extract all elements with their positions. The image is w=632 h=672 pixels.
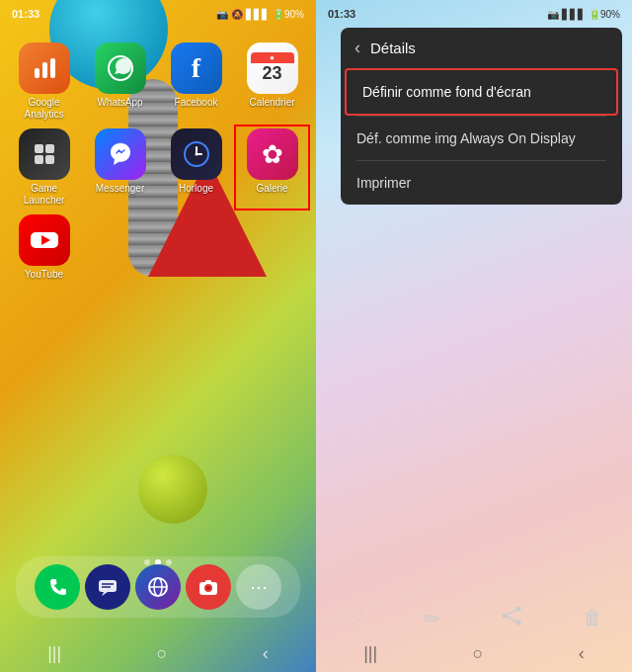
- svg-rect-4: [35, 144, 43, 153]
- svg-point-24: [206, 586, 210, 590]
- bottom-action-bar: ♡ ✏ 🗑: [316, 599, 632, 637]
- whatsapp-label: WhatsApp: [97, 97, 142, 109]
- decorative-sphere: [138, 455, 207, 524]
- signal-right: ▋▋▋: [562, 9, 586, 20]
- battery-right: 🔋90%: [589, 9, 620, 20]
- app-game-launcher[interactable]: Game Launcher: [10, 128, 78, 207]
- dock-camera[interactable]: [186, 564, 231, 610]
- menu-always-on[interactable]: Déf. comme img Always On Display: [341, 117, 622, 160]
- messenger-label: Messenger: [96, 183, 144, 195]
- app-whatsapp[interactable]: WhatsApp: [86, 42, 154, 121]
- app-facebook[interactable]: f Facebook: [162, 42, 230, 121]
- dock-browser[interactable]: [135, 564, 181, 610]
- messenger-icon: [95, 128, 146, 180]
- nav-home-right[interactable]: ○: [473, 643, 484, 664]
- nav-bar-right: ||| ○ ‹: [316, 643, 632, 664]
- svg-line-29: [505, 609, 518, 616]
- svg-rect-25: [205, 580, 211, 583]
- svg-line-30: [505, 616, 518, 623]
- status-icons-left: 📷 🔕 ▋▋▋ 🔋90%: [216, 9, 304, 20]
- notification-icon: 📷: [216, 9, 228, 20]
- calendrier-label: Calendrier: [249, 97, 294, 109]
- dock-phone[interactable]: [35, 564, 80, 610]
- youtube-icon: [19, 214, 70, 266]
- facebook-label: Facebook: [175, 97, 218, 109]
- status-icons-right: 📷 ▋▋▋ 🔋90%: [547, 9, 620, 20]
- game-launcher-label: Game Launcher: [10, 183, 78, 207]
- svg-rect-15: [99, 580, 117, 592]
- svg-rect-6: [35, 155, 43, 164]
- right-phone: 01:33 📷 ▋▋▋ 🔋90% ‹ Détails Définir comme…: [316, 0, 632, 672]
- menu-set-wallpaper[interactable]: Définir comme fond d'écran: [345, 68, 618, 116]
- context-menu-header: ‹ Détails: [341, 28, 622, 68]
- signal-icon: ▋▋▋: [246, 9, 270, 20]
- svg-marker-16: [102, 592, 108, 596]
- galerie-label: Galerie: [256, 183, 287, 195]
- facebook-icon: f: [171, 42, 222, 94]
- horloge-icon: [171, 128, 222, 180]
- app-messenger[interactable]: Messenger: [86, 128, 154, 207]
- svg-rect-2: [50, 58, 55, 78]
- status-bar-right: 01:33 📷 ▋▋▋ 🔋90%: [316, 0, 632, 28]
- nav-home[interactable]: ○: [157, 643, 168, 664]
- back-button[interactable]: ‹: [355, 38, 360, 58]
- svg-rect-5: [45, 144, 54, 153]
- left-phone: 01:33 📷 🔕 ▋▋▋ 🔋90% Google Analytics What…: [0, 0, 316, 672]
- svg-point-12: [195, 153, 198, 156]
- svg-rect-1: [42, 62, 47, 78]
- google-analytics-icon: [19, 42, 70, 94]
- google-analytics-label: Google Analytics: [10, 97, 78, 121]
- nav-recent[interactable]: |||: [47, 643, 61, 664]
- app-google-analytics[interactable]: Google Analytics: [10, 42, 78, 121]
- battery-icon: 🔋90%: [273, 9, 304, 20]
- dock-all-apps[interactable]: ⋯: [236, 564, 281, 610]
- nav-back-right[interactable]: ‹: [579, 643, 585, 664]
- nav-back[interactable]: ‹: [263, 643, 269, 664]
- game-launcher-icon: [19, 128, 70, 180]
- galerie-icon: ✿: [247, 128, 298, 180]
- svg-rect-0: [35, 68, 40, 78]
- menu-print[interactable]: Imprimer: [341, 161, 622, 205]
- dock-messages[interactable]: [85, 564, 130, 610]
- app-youtube[interactable]: YouTube: [10, 214, 78, 281]
- notif-icon-right: 📷: [547, 9, 559, 20]
- horloge-label: Horloge: [179, 183, 213, 195]
- status-bar-left: 01:33 📷 🔕 ▋▋▋ 🔋90%: [0, 0, 316, 28]
- time-left: 01:33: [12, 8, 40, 20]
- favorite-icon[interactable]: ♡: [346, 607, 363, 630]
- context-menu-title: Détails: [370, 40, 416, 56]
- sound-icon: 🔕: [231, 9, 243, 20]
- svg-rect-7: [45, 155, 54, 164]
- context-menu: ‹ Détails Définir comme fond d'écran Déf…: [341, 28, 622, 205]
- edit-icon[interactable]: ✏: [424, 607, 440, 630]
- calendrier-icon: ● 23: [247, 42, 298, 94]
- youtube-label: YouTube: [25, 269, 63, 281]
- whatsapp-icon: [95, 42, 146, 94]
- app-grid: Google Analytics WhatsApp f Facebook ● 2…: [0, 35, 316, 289]
- app-horloge[interactable]: Horloge: [162, 128, 230, 207]
- nav-bar-left: ||| ○ ‹: [0, 643, 316, 664]
- app-dock: ⋯: [16, 556, 300, 618]
- time-right: 01:33: [328, 8, 356, 20]
- delete-icon[interactable]: 🗑: [583, 607, 602, 630]
- app-calendrier[interactable]: ● 23 Calendrier: [238, 42, 306, 121]
- nav-recent-right[interactable]: |||: [363, 643, 377, 664]
- app-galerie[interactable]: ✿ Galerie: [238, 128, 306, 207]
- share-icon[interactable]: [501, 605, 522, 631]
